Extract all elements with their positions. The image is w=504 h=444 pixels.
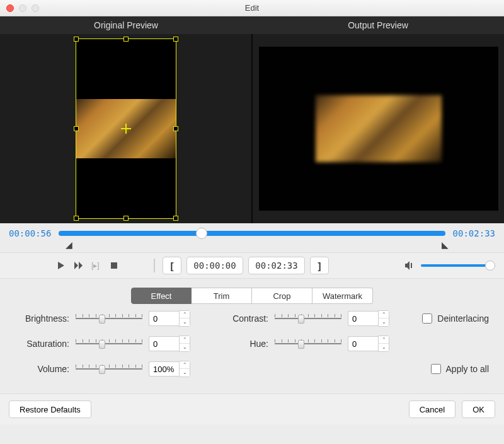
contrast-spinner: ⌃⌄ <box>348 310 389 327</box>
preview-area <box>0 34 504 223</box>
contrast-knob[interactable] <box>298 315 304 324</box>
hue-step-down[interactable]: ⌄ <box>379 344 389 351</box>
in-time[interactable]: 00:00:00 <box>186 257 243 274</box>
seek-fill <box>59 231 445 236</box>
output-preview-label: Output Preview <box>252 16 504 34</box>
playback-buttons: [▸] <box>55 260 120 271</box>
output-preview-pane <box>251 34 504 223</box>
step-button[interactable]: [▸] <box>91 260 102 271</box>
brightness-step-down[interactable]: ⌄ <box>180 318 190 326</box>
contrast-step-up[interactable]: ⌃ <box>379 311 389 318</box>
effect-tabs: Effect Trim Crop Watermark <box>0 279 504 310</box>
tab-effect[interactable]: Effect <box>131 288 192 304</box>
preview-header-row: Original Preview Output Preview <box>0 16 504 34</box>
crop-handle-bl[interactable] <box>74 216 79 221</box>
play-button[interactable] <box>55 260 67 271</box>
crop-handle-tl[interactable] <box>74 37 79 42</box>
brightness-knob[interactable] <box>99 315 105 324</box>
apply-all-check: Apply to all <box>431 364 489 374</box>
stop-button[interactable] <box>108 260 120 271</box>
cancel-button[interactable]: Cancel <box>409 400 455 418</box>
svg-rect-5 <box>411 263 412 268</box>
output-frame <box>259 47 498 211</box>
original-frame <box>76 38 176 219</box>
crop-handle-mt[interactable] <box>123 37 129 42</box>
total-time: 00:02:33 <box>453 228 495 238</box>
volume-thumb[interactable] <box>485 260 495 271</box>
original-preview-label: Original Preview <box>0 16 252 34</box>
seek-track[interactable] <box>59 231 445 236</box>
window-title: Edit <box>0 3 504 13</box>
current-time: 00:00:56 <box>9 228 51 238</box>
effect-volume-knob[interactable] <box>99 365 105 374</box>
ok-button[interactable]: OK <box>462 400 495 418</box>
effect-volume-input[interactable] <box>149 361 179 377</box>
set-in-button[interactable]: [ <box>163 257 181 274</box>
hue-label: Hue: <box>214 339 268 349</box>
transport-bar: [▸] [ 00:00:00 00:02:33 ] <box>0 252 504 279</box>
svg-marker-0 <box>58 262 64 269</box>
effect-volume-spinner: ⌃⌄ <box>149 361 190 377</box>
volume-group: Volume: ⌃⌄ <box>15 361 204 377</box>
saturation-knob[interactable] <box>99 340 105 349</box>
crop-handle-ml[interactable] <box>74 126 79 131</box>
contrast-input[interactable] <box>348 311 378 326</box>
bottom-bar: Restore Defaults Cancel OK <box>0 394 504 424</box>
crop-handle-tr[interactable] <box>173 37 178 42</box>
crop-handle-mr[interactable] <box>173 126 178 131</box>
contrast-group: Contrast: ⌃⌄ <box>214 310 403 327</box>
hue-group: Hue: ⌃⌄ <box>214 336 403 352</box>
brightness-step-up[interactable]: ⌃ <box>180 311 190 318</box>
original-preview-pane[interactable] <box>0 34 251 223</box>
volume-slider[interactable] <box>421 264 490 267</box>
effect-volume-slider[interactable] <box>76 363 142 375</box>
range-end-marker-icon[interactable]: ◣ <box>442 240 449 250</box>
crop-handle-mb[interactable] <box>123 216 129 221</box>
brightness-slider[interactable] <box>76 313 142 324</box>
apply-all-checkbox[interactable] <box>431 364 441 374</box>
hue-input[interactable] <box>348 336 378 351</box>
hue-knob[interactable] <box>298 340 304 349</box>
fast-forward-button[interactable] <box>73 260 84 271</box>
hue-slider[interactable] <box>275 338 341 349</box>
svg-text:[▸]: [▸] <box>91 261 100 270</box>
saturation-step-up[interactable]: ⌃ <box>180 336 190 344</box>
volume-icon[interactable] <box>404 260 416 271</box>
svg-marker-1 <box>74 262 78 269</box>
effect-volume-step-down[interactable]: ⌄ <box>180 369 190 377</box>
saturation-group: Saturation: ⌃⌄ <box>15 336 204 352</box>
range-group: [ 00:00:00 00:02:33 ] <box>163 257 329 274</box>
range-start-marker-icon[interactable]: ◢ <box>66 240 72 250</box>
brightness-group: Brightness: ⌃⌄ <box>15 310 204 327</box>
restore-defaults-button[interactable]: Restore Defaults <box>9 400 91 418</box>
tab-watermark[interactable]: Watermark <box>312 288 373 304</box>
output-image <box>316 95 442 162</box>
set-out-button[interactable]: ] <box>310 257 329 274</box>
brightness-input[interactable] <box>149 311 179 326</box>
tab-trim[interactable]: Trim <box>192 288 252 304</box>
tab-crop[interactable]: Crop <box>252 288 312 304</box>
contrast-step-down[interactable]: ⌄ <box>379 318 389 326</box>
saturation-input[interactable] <box>149 336 179 351</box>
out-time[interactable]: 00:02:33 <box>248 257 305 274</box>
crop-handle-br[interactable] <box>173 216 178 221</box>
effect-controls: Brightness: ⌃⌄ Contrast: ⌃⌄ Deinter <box>0 310 504 394</box>
seek-bar-row: 00:00:56 00:02:33 <box>0 223 504 240</box>
hue-spinner: ⌃⌄ <box>348 336 389 352</box>
svg-marker-2 <box>79 262 83 269</box>
contrast-label: Contrast: <box>214 313 268 324</box>
crop-selection[interactable] <box>76 38 176 219</box>
brightness-spinner: ⌃⌄ <box>149 310 190 327</box>
contrast-slider[interactable] <box>275 313 341 324</box>
range-markers: ◢ ◣ <box>0 240 504 252</box>
hue-step-up[interactable]: ⌃ <box>379 336 389 344</box>
effect-volume-step-up[interactable]: ⌃ <box>180 361 190 369</box>
saturation-step-down[interactable]: ⌄ <box>180 344 190 351</box>
svg-rect-4 <box>111 262 117 269</box>
volume-label: Volume: <box>15 364 69 374</box>
deinterlacing-check: Deinterlacing <box>422 313 489 324</box>
seek-thumb[interactable] <box>196 228 207 239</box>
brightness-label: Brightness: <box>15 313 69 324</box>
deinterlacing-checkbox[interactable] <box>422 313 432 324</box>
saturation-slider[interactable] <box>76 338 142 349</box>
